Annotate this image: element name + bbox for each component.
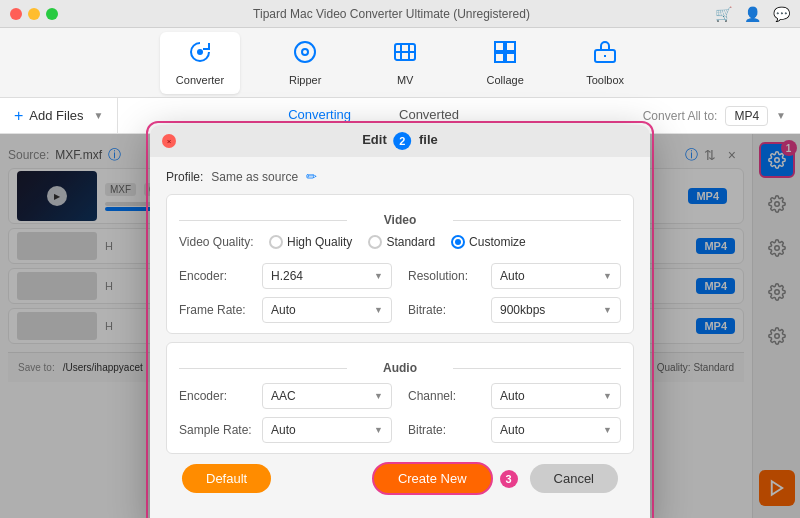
modal-titlebar: × Edit 2 file	[150, 125, 650, 157]
audio-section: Audio Encoder: AAC ▼	[166, 342, 634, 454]
nav-toolbox-label: Toolbox	[586, 74, 624, 86]
svg-point-2	[302, 49, 308, 55]
radio-customize-circle	[451, 235, 465, 249]
maximize-traffic-light[interactable]	[46, 8, 58, 20]
edit-file-modal: × Edit 2 file Profile: Same as source ✏	[150, 125, 650, 518]
profile-label: Profile:	[166, 170, 203, 184]
ripper-icon	[293, 40, 317, 70]
nav-collage-label: Collage	[486, 74, 523, 86]
step3-badge: 3	[500, 470, 518, 488]
traffic-lights	[10, 8, 58, 20]
encoder-value: H.264	[271, 269, 303, 283]
encoder-row: Encoder: H.264 ▼	[179, 263, 392, 289]
resolution-row: Resolution: Auto ▼	[408, 263, 621, 289]
audio-encoder-row: Encoder: AAC ▼	[179, 383, 392, 409]
minimize-traffic-light[interactable]	[28, 8, 40, 20]
channel-row: Channel: Auto ▼	[408, 383, 621, 409]
bitrate-label: Bitrate:	[408, 303, 483, 317]
audio-encoder-label: Encoder:	[179, 389, 254, 403]
frame-rate-row: Frame Rate: Auto ▼	[179, 297, 392, 323]
modal-overlay: × Edit 2 file Profile: Same as source ✏	[0, 134, 800, 518]
radio-high-quality-circle	[269, 235, 283, 249]
navbar: Converter Ripper MV Collag	[0, 28, 800, 98]
collage-icon	[493, 40, 517, 70]
nav-mv-label: MV	[397, 74, 414, 86]
radio-standard[interactable]: Standard	[368, 235, 435, 249]
svg-rect-4	[495, 42, 504, 51]
app-title: Tipard Mac Video Converter Ultimate (Unr…	[68, 7, 715, 21]
resolution-select[interactable]: Auto ▼	[491, 263, 621, 289]
svg-rect-7	[506, 53, 515, 62]
add-files-label: Add Files	[29, 108, 83, 123]
modal-close-button[interactable]: ×	[162, 134, 176, 148]
bitrate-input[interactable]: 900kbps ▼	[491, 297, 621, 323]
bitrate-row: Bitrate: 900kbps ▼	[408, 297, 621, 323]
titlebar: Tipard Mac Video Converter Ultimate (Unr…	[0, 0, 800, 28]
step2-badge: 2	[393, 132, 411, 150]
add-files-button[interactable]: + Add Files ▼	[0, 98, 118, 133]
close-traffic-light[interactable]	[10, 8, 22, 20]
radio-customize-label: Customize	[469, 235, 526, 249]
video-quality-row: Video Quality: High Quality Standard	[179, 235, 621, 249]
encoder-select[interactable]: H.264 ▼	[262, 263, 392, 289]
modal-footer: Default Create New 3 Cancel	[166, 462, 634, 511]
bitrate-dropdown-icon: ▼	[603, 305, 612, 315]
svg-rect-6	[495, 53, 504, 62]
profile-edit-icon[interactable]: ✏	[306, 169, 317, 184]
sample-rate-label: Sample Rate:	[179, 423, 254, 437]
channel-dropdown-icon: ▼	[603, 391, 612, 401]
modal-title: Edit 2 file	[362, 132, 438, 150]
resolution-label: Resolution:	[408, 269, 483, 283]
converter-icon	[188, 40, 212, 70]
encoder-dropdown-icon: ▼	[374, 271, 383, 281]
audio-bitrate-row: Bitrate: Auto ▼	[408, 417, 621, 443]
sample-rate-value: Auto	[271, 423, 296, 437]
nav-converter-label: Converter	[176, 74, 224, 86]
add-icon: +	[14, 107, 23, 125]
cancel-button[interactable]: Cancel	[530, 464, 618, 493]
svg-rect-5	[506, 42, 515, 51]
nav-collage[interactable]: Collage	[470, 32, 540, 94]
nav-ripper-label: Ripper	[289, 74, 321, 86]
audio-encoder-select[interactable]: AAC ▼	[262, 383, 392, 409]
convert-all-value: MP4	[725, 106, 768, 126]
user-icon[interactable]: 👤	[744, 6, 761, 22]
radio-high-quality[interactable]: High Quality	[269, 235, 352, 249]
channel-label: Channel:	[408, 389, 483, 403]
mv-icon	[393, 40, 417, 70]
bitrate-value: 900kbps	[500, 303, 545, 317]
convert-all-dropdown-icon[interactable]: ▼	[776, 110, 786, 121]
sample-rate-dropdown-icon: ▼	[374, 425, 383, 435]
audio-bitrate-select[interactable]: Auto ▼	[491, 417, 621, 443]
default-button[interactable]: Default	[182, 464, 271, 493]
sample-rate-select[interactable]: Auto ▼	[262, 417, 392, 443]
channel-select[interactable]: Auto ▼	[491, 383, 621, 409]
nav-ripper[interactable]: Ripper	[270, 32, 340, 94]
svg-point-0	[197, 49, 203, 55]
cart-icon[interactable]: 🛒	[715, 6, 732, 22]
nav-converter[interactable]: Converter	[160, 32, 240, 94]
video-section: Video Video Quality: High Quality	[166, 194, 634, 334]
modal-body: Profile: Same as source ✏ Video Video Qu…	[150, 157, 650, 518]
frame-rate-select[interactable]: Auto ▼	[262, 297, 392, 323]
nav-toolbox[interactable]: Toolbox	[570, 32, 640, 94]
convert-all-section: Convert All to: MP4 ▼	[629, 106, 800, 126]
chat-icon[interactable]: 💬	[773, 6, 790, 22]
frame-rate-label: Frame Rate:	[179, 303, 254, 317]
frame-rate-value: Auto	[271, 303, 296, 317]
radio-customize[interactable]: Customize	[451, 235, 526, 249]
add-files-dropdown-icon[interactable]: ▼	[94, 110, 104, 121]
nav-mv[interactable]: MV	[370, 32, 440, 94]
radio-high-quality-label: High Quality	[287, 235, 352, 249]
audio-bitrate-label: Bitrate:	[408, 423, 483, 437]
profile-row: Profile: Same as source ✏	[166, 169, 634, 184]
create-new-button[interactable]: Create New	[372, 462, 493, 495]
audio-bitrate-value: Auto	[500, 423, 525, 437]
resolution-value: Auto	[500, 269, 525, 283]
channel-value: Auto	[500, 389, 525, 403]
audio-section-title: Audio	[179, 361, 621, 375]
sample-rate-row: Sample Rate: Auto ▼	[179, 417, 392, 443]
frame-rate-dropdown-icon: ▼	[374, 305, 383, 315]
audio-encoder-dropdown-icon: ▼	[374, 391, 383, 401]
audio-bitrate-dropdown-icon: ▼	[603, 425, 612, 435]
